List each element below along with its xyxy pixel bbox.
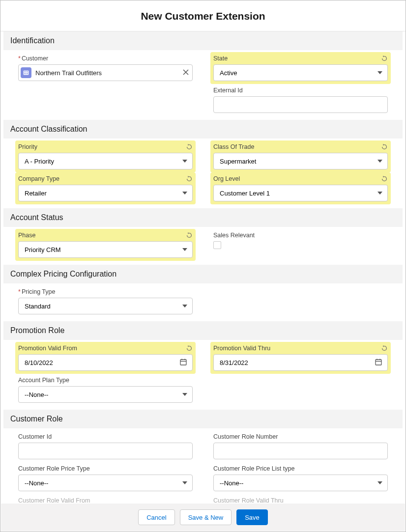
cr-price-type-label: Customer Role Price Type [18, 465, 90, 472]
undo-class-of-trade-icon[interactable] [381, 143, 388, 150]
clear-customer-icon[interactable] [182, 69, 189, 77]
chevron-down-icon [377, 70, 382, 75]
chevron-down-icon [182, 480, 187, 485]
customer-id-input[interactable] [24, 447, 187, 455]
account-icon [21, 67, 31, 78]
class-of-trade-label: Class Of Trade [213, 143, 254, 150]
promo-thru-input[interactable] [219, 359, 375, 367]
pricing-type-value [24, 302, 182, 310]
priority-value [24, 157, 182, 166]
sales-relevant-label: Sales Relevant [213, 232, 255, 239]
promo-thru-input-wrap [213, 354, 388, 371]
calendar-icon[interactable] [375, 358, 382, 367]
customer-id-input-wrap [18, 443, 193, 459]
external-id-input-wrap [213, 96, 388, 113]
state-value [219, 69, 377, 77]
calendar-icon[interactable] [179, 358, 187, 367]
company-type-select[interactable] [18, 185, 193, 201]
promo-thru-label: Promotion Valid Thru [213, 345, 270, 352]
section-account-status: Account Status [3, 208, 403, 227]
class-of-trade-select[interactable] [213, 153, 388, 169]
cr-price-list-type-select[interactable] [213, 475, 388, 491]
undo-priority-icon[interactable] [186, 143, 193, 150]
cr-price-list-type-value [219, 479, 377, 487]
section-customer-role: Customer Role [3, 410, 403, 428]
section-account-classification: Account Classification [3, 120, 403, 139]
customer-lookup[interactable]: Northern Trail Outfitters [18, 64, 193, 81]
section-promotion-role: Promotion Role [3, 321, 403, 340]
promo-from-input[interactable] [24, 359, 179, 367]
phase-value [24, 246, 182, 254]
undo-company-type-icon[interactable] [186, 175, 193, 182]
priority-select[interactable] [18, 153, 193, 169]
customer-label: Customer [18, 55, 48, 62]
save-and-new-button[interactable]: Save & New [180, 509, 232, 525]
external-id-label: External Id [213, 87, 243, 94]
customer-id-label: Customer Id [18, 433, 52, 440]
chevron-down-icon [182, 191, 187, 196]
section-complex-pricing: Complex Pricing Configuration [3, 265, 403, 283]
account-plan-type-label: Account Plan Type [18, 377, 69, 384]
cr-valid-thru-label: Customer Role Valid Thru [213, 497, 284, 504]
company-type-value [24, 189, 182, 197]
cr-price-type-value [24, 479, 182, 487]
customer-role-number-label: Customer Role Number [213, 433, 278, 440]
undo-phase-icon[interactable] [186, 232, 193, 239]
save-button[interactable]: Save [236, 509, 268, 525]
cr-price-type-select[interactable] [18, 475, 193, 491]
priority-label: Priority [18, 143, 37, 150]
promo-from-input-wrap [18, 354, 193, 371]
chevron-down-icon [182, 392, 187, 397]
external-id-input[interactable] [219, 101, 382, 109]
account-plan-type-select[interactable] [18, 386, 193, 403]
promo-from-label: Promotion Valid From [18, 345, 77, 352]
class-of-trade-value [219, 157, 377, 166]
undo-org-level-icon[interactable] [381, 175, 388, 182]
cr-price-list-type-label: Customer Role Price List type [213, 465, 294, 472]
org-level-select[interactable] [213, 185, 388, 201]
customer-value: Northern Trail Outfitters [35, 69, 182, 77]
customer-role-number-input-wrap [213, 443, 388, 459]
account-plan-type-value [24, 391, 182, 399]
state-label: State [213, 55, 228, 62]
undo-promo-from-icon[interactable] [186, 345, 193, 352]
org-level-value [219, 189, 377, 197]
modal-footer: Cancel Save & New Save [1, 504, 405, 531]
chevron-down-icon [182, 304, 187, 308]
modal-title: New Customer Extension [0, 10, 406, 22]
modal-header: New Customer Extension [0, 0, 406, 31]
chevron-down-icon [182, 159, 187, 164]
cr-valid-from-label: Customer Role Valid From [18, 497, 90, 504]
undo-state-icon[interactable] [381, 55, 388, 62]
cancel-button[interactable]: Cancel [138, 509, 174, 525]
chevron-down-icon [182, 247, 187, 252]
phase-select[interactable] [18, 241, 193, 258]
chevron-down-icon [377, 480, 382, 485]
customer-role-number-input[interactable] [219, 447, 382, 455]
company-type-label: Company Type [18, 175, 59, 182]
pricing-type-label: Pricing Type [18, 288, 55, 295]
section-identification: Identification [3, 31, 403, 50]
chevron-down-icon [377, 191, 382, 196]
org-level-label: Org Level [213, 175, 240, 182]
state-select[interactable] [213, 64, 388, 81]
chevron-down-icon [377, 159, 382, 164]
phase-label: Phase [18, 232, 35, 239]
sales-relevant-checkbox[interactable] [213, 241, 221, 249]
undo-promo-thru-icon[interactable] [381, 345, 388, 352]
pricing-type-select[interactable] [18, 298, 193, 314]
